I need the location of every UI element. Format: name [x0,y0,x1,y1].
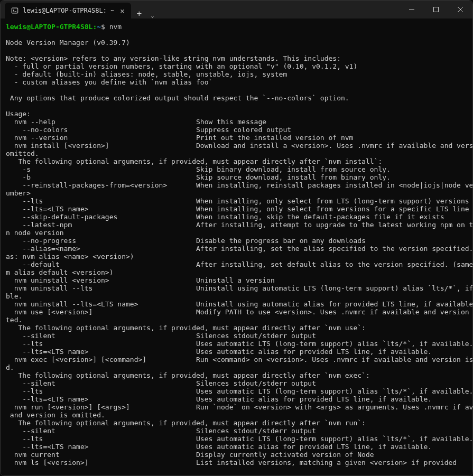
prompt-dollar: $ [101,23,105,31]
terminal-body[interactable]: lewis@LAPTOP-GTPR4S8L:~$ nvm Node Versio… [1,18,472,475]
tab-title: lewis@LAPTOP-GTPR4S8L: ~ [23,7,114,14]
tab-close-button[interactable]: ✕ [118,7,126,14]
new-tab-button[interactable]: + [131,8,147,18]
tab-strip: lewis@LAPTOP-GTPR4S8L: ~ ✕ + ⌄ [1,1,400,18]
minimize-button[interactable] [400,1,424,18]
terminal-window: lewis@LAPTOP-GTPR4S8L: ~ ✕ + ⌄ lewis@LAP… [0,0,473,476]
window-controls [400,1,472,18]
tab-active[interactable]: lewis@LAPTOP-GTPR4S8L: ~ ✕ [5,3,131,18]
tab-dropdown-button[interactable]: ⌄ [147,13,157,18]
prompt-path: ~ [97,23,101,31]
close-button[interactable] [448,1,472,18]
titlebar: lewis@LAPTOP-GTPR4S8L: ~ ✕ + ⌄ [1,1,472,18]
prompt-command: nvm [109,23,122,31]
terminal-output: Node Version Manager (v0.39.7) Note: <ve… [6,39,472,466]
terminal-icon [11,7,18,14]
maximize-button[interactable] [424,1,448,18]
prompt-user-host: lewis@LAPTOP-GTPR4S8L [6,23,92,31]
svg-rect-0 [12,8,17,13]
svg-rect-2 [434,7,439,12]
